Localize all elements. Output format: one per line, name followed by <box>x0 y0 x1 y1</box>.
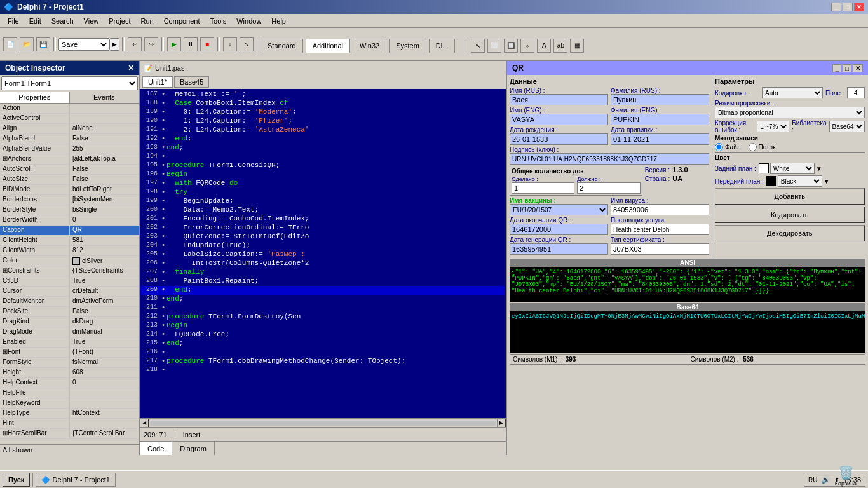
tab-win32[interactable]: Win32 <box>353 39 386 53</box>
symbols-row: Символов (M1) : 393 Символов (M2) : 536 <box>510 354 865 365</box>
cursor-tool[interactable]: ↖ <box>471 39 485 53</box>
menu-tools[interactable]: Tools <box>205 16 232 26</box>
menu-help[interactable]: Help <box>266 16 291 26</box>
step-into-btn[interactable]: ↘ <box>240 37 254 51</box>
doses-must-input[interactable] <box>577 182 640 194</box>
window-controls[interactable]: _ □ ✕ <box>831 3 864 11</box>
name-eng-input[interactable] <box>510 114 608 125</box>
menu-component[interactable]: Component <box>159 16 205 26</box>
gen-date-input[interactable] <box>510 243 608 255</box>
library-select[interactable]: Base64 <box>829 121 865 132</box>
method-stream-option[interactable]: Поток <box>749 143 776 151</box>
code-line-196: 196 •Begin <box>141 170 505 179</box>
trash-label: Корзина <box>835 480 857 487</box>
bg-color-btn[interactable]: ▼ <box>816 165 822 172</box>
open-btn[interactable]: 📂 <box>20 37 34 51</box>
bottom-tab-diagram[interactable]: Diagram <box>172 442 215 455</box>
mask-tool[interactable]: ▦ <box>570 39 584 53</box>
menu-project[interactable]: Project <box>104 16 135 26</box>
encoding-label: Кодировка : <box>715 90 759 97</box>
menu-window[interactable]: Window <box>231 16 266 26</box>
bottom-tab-code[interactable]: Code <box>140 442 172 455</box>
minimize-button[interactable]: _ <box>831 3 841 11</box>
method-file-radio[interactable] <box>715 143 723 151</box>
undo-btn[interactable]: ↩ <box>128 37 142 51</box>
run-btn[interactable]: ▶ <box>167 37 181 51</box>
add-button[interactable]: Добавить <box>715 188 865 205</box>
step-over-btn[interactable]: ↓ <box>223 37 237 51</box>
decode-button[interactable]: Декодировать <box>715 225 865 241</box>
tab-di[interactable]: Di... <box>429 39 456 53</box>
code-line-198: 198 • try <box>141 188 505 197</box>
supplier-input[interactable] <box>611 224 709 235</box>
tab-additional[interactable]: Additional <box>306 39 350 53</box>
menu-view[interactable]: View <box>79 16 104 26</box>
oi-tab-events[interactable]: Events <box>70 92 140 103</box>
btn-tool[interactable]: 🔲 <box>504 39 518 53</box>
correction-select[interactable]: L ~7% <box>757 121 789 132</box>
save-go-btn[interactable]: ▶ <box>109 38 119 51</box>
cert-type-input[interactable] <box>611 243 709 255</box>
text-tool[interactable]: A <box>537 39 551 53</box>
fg-color-btn[interactable]: ▼ <box>824 178 830 185</box>
symbols-m2-value: 536 <box>743 356 754 363</box>
oi-close[interactable]: ✕ <box>128 64 134 72</box>
save-btn[interactable]: 💾 <box>36 37 50 51</box>
vaccine-select[interactable]: EU/1/20/1507 <box>510 204 608 215</box>
encode-button[interactable]: Кодировать <box>715 207 865 223</box>
frame-tool[interactable]: ⬜ <box>487 39 501 53</box>
qr-end-date-input[interactable] <box>510 224 608 235</box>
code-line-195: 195 •procedure TForm1.GenesisQR; <box>141 161 505 170</box>
prop-docksite: DockSite False <box>0 307 139 317</box>
ptr-tool[interactable]: ⬦ <box>520 39 534 53</box>
menu-edit[interactable]: Edit <box>24 16 46 26</box>
field-input[interactable] <box>847 87 865 98</box>
render-select[interactable]: Bitmap proportional <box>715 107 865 118</box>
doses-box: Общее количество доз Сделано : Должно : <box>510 166 642 196</box>
edit-tool[interactable]: ab <box>553 39 567 53</box>
qr-minimize-btn[interactable]: _ <box>832 64 841 72</box>
encoding-select[interactable]: Auto <box>762 87 823 98</box>
birthdate-input[interactable] <box>510 133 608 145</box>
virus-name-input[interactable] <box>611 204 709 215</box>
tab-standard[interactable]: Standard <box>261 39 303 53</box>
tab-system[interactable]: System <box>389 39 426 53</box>
symbols-m2-box: Символов (M2) : 536 <box>688 354 866 365</box>
start-button[interactable]: Пуск <box>3 473 30 487</box>
method-stream-radio[interactable] <box>749 143 757 151</box>
surname-rus-input[interactable] <box>611 94 709 105</box>
redo-btn[interactable]: ↪ <box>144 37 158 51</box>
h-scrollbar[interactable]: ◀ ▶ <box>140 418 506 427</box>
signature-input[interactable] <box>510 153 709 165</box>
fg-color-select[interactable]: Black <box>778 175 822 187</box>
stop-btn[interactable]: ■ <box>200 37 214 51</box>
bg-color-select[interactable]: White <box>770 163 815 174</box>
code-content[interactable]: 187 • Memo1.Text := ''; 188 • Case Combo… <box>140 89 506 418</box>
name-rus-input[interactable] <box>510 94 608 105</box>
taskbar-delphi-item[interactable]: 🔷 Delphi 7 - Project1 <box>36 473 116 487</box>
doses-done-input[interactable] <box>512 182 574 194</box>
oi-object-select[interactable]: Form1 TForm1 <box>1 76 138 90</box>
save-dropdown[interactable]: Save <box>58 38 109 51</box>
pause-btn[interactable]: ⏸ <box>184 37 198 51</box>
menu-run[interactable]: Run <box>135 16 158 26</box>
menu-search[interactable]: Search <box>46 16 79 26</box>
qr-maximize-btn[interactable]: □ <box>843 64 851 72</box>
menu-file[interactable]: File <box>3 16 24 26</box>
oi-tab-properties[interactable]: Properties <box>0 92 70 103</box>
vaccine-date-input[interactable] <box>611 133 709 145</box>
base64-content[interactable]: eyIxIiA6ICJVQ1NJsIjQiIDogMTY0NjE3MjAwMCw… <box>510 311 865 353</box>
code-tab-base45[interactable]: Base45 <box>174 76 209 88</box>
trash-area[interactable]: 🗑️ Корзина <box>830 465 862 487</box>
render-row: Режим прорисовки : Bitmap proportional <box>715 100 865 118</box>
new-btn[interactable]: 📄 <box>3 37 17 51</box>
prop-alphablend: AlphaBlend False <box>0 134 139 144</box>
qr-close-btn[interactable]: ✕ <box>853 64 863 72</box>
ansi-content[interactable]: {"1": "UA","4": 1646172000,"6": 16359549… <box>510 267 865 302</box>
surname-eng-input[interactable] <box>611 114 709 125</box>
qr-panel-controls[interactable]: _ □ ✕ <box>832 64 863 72</box>
maximize-button[interactable]: □ <box>843 3 853 11</box>
close-button[interactable]: ✕ <box>854 3 864 11</box>
code-tab-unit1[interactable]: Unit1* <box>142 76 173 88</box>
method-file-option[interactable]: Файл <box>715 143 741 151</box>
